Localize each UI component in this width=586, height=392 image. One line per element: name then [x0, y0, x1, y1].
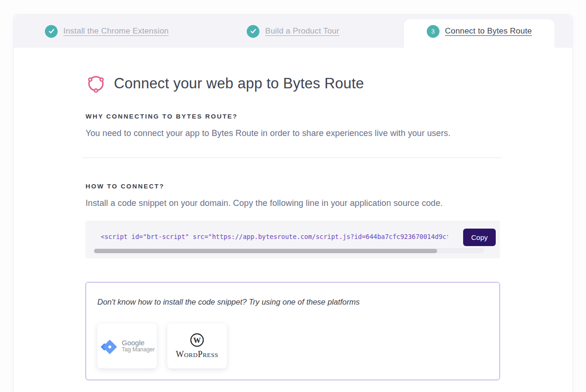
platform-card-wordpress[interactable]: W WordPress — [167, 324, 227, 368]
google-tag-manager-logo-icon — [99, 337, 118, 356]
tab-label: Build a Product Tour — [265, 26, 339, 36]
section-divider — [82, 157, 502, 158]
gtm-logo-text: Google Tag Manager — [121, 339, 155, 353]
why-section-body: You need to connect your app to Bytes Ro… — [86, 128, 572, 138]
step-tabbar: Install the Chrome Extension Build a Pro… — [14, 15, 572, 48]
platforms-prompt: Don't know how to install the code snipp… — [97, 298, 488, 307]
tab-connect-to-bytes-route[interactable]: 3 Connect to Bytes Route — [386, 15, 572, 48]
tab-label: Install the Chrome Extension — [63, 26, 169, 36]
check-icon — [247, 25, 259, 38]
platforms-box: Don't know how to install the code snipp… — [86, 282, 500, 380]
title-row: Connect your web app to Bytes Route — [86, 73, 572, 94]
setup-wizard-card: Install the Chrome Extension Build a Pro… — [13, 14, 573, 392]
how-section-body: Install a code snippet on your domain. C… — [86, 198, 572, 208]
step-content: Connect your web app to Bytes Route WHY … — [14, 48, 572, 380]
code-snippet-block: <script id="brt-script" src="https://app… — [86, 221, 500, 258]
tab-install-chrome-extension[interactable]: Install the Chrome Extension — [14, 15, 200, 48]
svg-text:W: W — [193, 336, 201, 344]
page-title: Connect your web app to Bytes Route — [114, 75, 364, 92]
check-icon — [45, 25, 58, 38]
bytes-route-logo-icon — [86, 73, 106, 94]
tab-label: Connect to Bytes Route — [445, 26, 532, 36]
code-snippet-text: <script id="brt-script" src="https://app… — [101, 233, 448, 240]
platform-cards-row: Google Tag Manager W WordPress — [97, 324, 488, 368]
platform-card-google-tag-manager[interactable]: Google Tag Manager — [97, 324, 157, 368]
tab-build-product-tour[interactable]: Build a Product Tour — [200, 15, 386, 48]
wordpress-logo-icon: W — [190, 333, 204, 347]
why-section-heading: WHY CONNECTING TO BYTES ROUTE? — [86, 113, 572, 120]
wordpress-wordmark: WordPress — [176, 349, 218, 359]
step-number-badge: 3 — [427, 25, 440, 38]
code-horizontal-scrollbar-track[interactable] — [94, 248, 484, 253]
copy-button[interactable]: Copy — [463, 229, 496, 246]
how-section-heading: HOW TO CONNECT? — [86, 183, 572, 190]
code-horizontal-scrollbar-thumb[interactable] — [94, 249, 437, 253]
